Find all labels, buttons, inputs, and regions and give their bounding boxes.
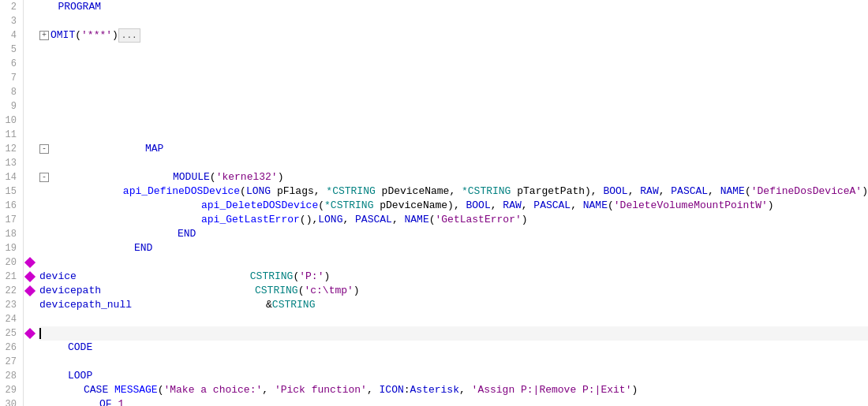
fn-message: MESSAGE [114,383,158,397]
var-devicepath: devicepath [39,284,101,298]
keyword-map: MAP [145,142,163,156]
collapsed-content[interactable]: ... [118,28,140,43]
gutter [24,0,36,406]
breakpoint-marker [24,328,36,339]
code-line-omit: +OMIT('***')... [39,28,868,43]
var-device: device [39,270,77,284]
code-line-devicepath-null: devicepath_null&CSTRING [39,298,868,312]
var-devicepath-null: devicepath_null [39,298,132,312]
code-line [39,355,868,369]
line-numbers: 2 3 4 5 6 7 8 9 10 11 12 13 14 15 16 17 … [0,0,24,406]
keyword-code: CODE [68,341,92,355]
type-cstring: CSTRING [250,270,294,284]
code-editor: 2 3 4 5 6 7 8 9 10 11 12 13 14 15 16 17 … [0,0,868,406]
code-line-end-outer: END [39,241,868,255]
code-line-case: CASE MESSAGE('Make a choice:', 'Pick fun… [39,383,868,397]
keyword-end: END [178,227,196,241]
type-cstring: CSTRING [272,298,316,312]
code-line: PROGRAM [39,0,868,14]
code-line-api-delete: api_DeleteDOSDevice(*CSTRING pDeviceName… [39,199,868,213]
code-line [39,43,868,57]
fn-name: api_DeleteDOSDevice [201,199,318,213]
code-line [39,14,868,28]
breakpoint-marker [24,285,36,296]
code-line-device: deviceCSTRING('P:') [39,270,868,284]
code-line [39,85,868,99]
keyword-loop: LOOP [68,369,92,383]
code-line-map: -MAP [39,142,868,156]
code-line-of1: OF 1 [39,397,868,406]
code-line-api-define: api_DefineDOSDevice(LONG pFlags, *CSTRIN… [39,184,868,199]
code-line-end-inner: END [39,227,868,241]
code-line [39,99,868,114]
code-line-module: -MODULE('kernel32') [39,170,868,184]
code-line [39,71,868,85]
code-line-devicepath: devicepathCSTRING('c:\tmp') [39,284,868,298]
keyword-module: MODULE [173,170,210,184]
code-line [39,255,868,270]
type-cstring: CSTRING [255,284,298,298]
fn-name: api_GetLastError [201,213,300,227]
code-content[interactable]: PROGRAM +OMIT('***')... -MAP [36,0,868,406]
code-line [39,114,868,128]
code-line-api-getlast: api_GetLastError(),LONG, PASCAL, NAME('G… [39,213,868,227]
breakpoint-marker [24,271,36,282]
code-line [39,312,868,326]
code-line [39,57,868,71]
code-line-code: CODE [39,341,868,355]
keyword-program: PROGRAM [39,0,101,14]
code-line-loop: LOOP [39,369,868,383]
code-line [39,128,868,142]
fold-icon-module[interactable]: - [39,173,49,182]
keyword-of: OF [99,397,112,406]
fold-icon-map[interactable]: - [39,144,49,154]
code-area[interactable]: 2 3 4 5 6 7 8 9 10 11 12 13 14 15 16 17 … [0,0,868,406]
text-cursor [39,328,41,339]
keyword-end: END [134,241,152,255]
code-line-cursor [39,326,868,341]
keyword-omit: OMIT [51,28,75,43]
fold-icon[interactable]: + [39,31,49,40]
fn-name: api_DefineDOSDevice [123,184,240,199]
code-line [39,156,868,170]
breakpoint-marker [24,257,36,268]
keyword-case: CASE [84,383,108,397]
